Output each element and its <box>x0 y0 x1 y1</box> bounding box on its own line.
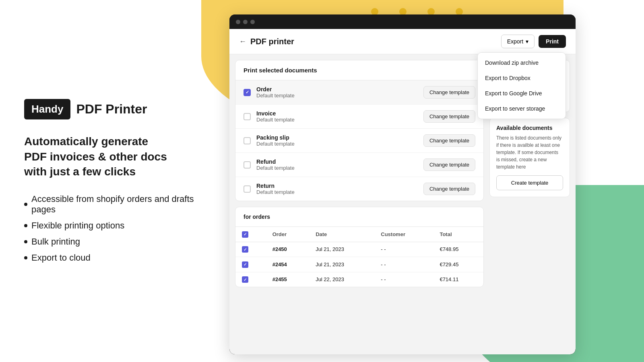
row-1-total: €748.95 <box>433 242 483 257</box>
return-doc-info: Return Default template <box>256 183 423 195</box>
invoice-doc-name: Invoice <box>256 110 423 117</box>
bullet-icon <box>24 256 27 259</box>
invoice-doc-info: Invoice Default template <box>256 110 423 123</box>
print-docs-card: Print selected documents Order Default t… <box>235 60 484 201</box>
packing-slip-checkbox[interactable] <box>244 137 251 144</box>
row-3-checkbox[interactable] <box>242 276 248 283</box>
row-2-customer: - - <box>374 257 433 272</box>
return-doc-template: Default template <box>256 189 423 195</box>
print-button[interactable]: Print <box>539 35 566 48</box>
return-doc-name: Return <box>256 183 423 189</box>
order-doc-template: Default template <box>256 93 423 99</box>
row-2-checkbox[interactable] <box>242 261 248 268</box>
table-row: #2455 Jul 22, 2023 - - €714.11 <box>235 272 483 287</box>
return-change-template-button[interactable]: Change template <box>423 183 475 195</box>
features-list: Accessible from shopify orders and draft… <box>24 194 201 263</box>
col-header-total: Total <box>433 227 483 242</box>
refund-doc-info: Refund Default template <box>256 158 423 171</box>
row-checkbox-cell <box>235 272 266 287</box>
row-3-total: €714.11 <box>433 272 483 287</box>
doc-row-refund: Refund Default template Change template <box>235 153 483 177</box>
row-2-date: Jul 21, 2023 <box>309 257 374 272</box>
col-header-date: Date <box>309 227 374 242</box>
header-right: Export ▾ Print Download zip archive Expo… <box>501 35 566 48</box>
order-checkbox[interactable] <box>244 89 251 96</box>
doc-row-invoice: Invoice Default template Change template <box>235 105 483 129</box>
brand: Handy PDF Printer <box>24 99 201 119</box>
titlebar-dot-3 <box>250 20 255 24</box>
orders-card: for orders Order Date Customer Total <box>235 207 484 287</box>
row-1-date: Jul 21, 2023 <box>309 242 374 257</box>
invoice-doc-template: Default template <box>256 117 423 123</box>
bullet-icon <box>24 240 27 243</box>
refund-doc-name: Refund <box>256 158 423 165</box>
orders-section-title: for orders <box>235 207 483 227</box>
col-header-order: Order <box>266 227 309 242</box>
row-1-order: #2450 <box>266 242 309 257</box>
export-label: Export <box>507 38 523 45</box>
chevron-down-icon: ▾ <box>526 38 528 45</box>
row-3-order: #2455 <box>266 272 309 287</box>
export-dropdown: Download zip archive Export to Dropbox E… <box>477 52 566 119</box>
dropdown-item-download[interactable]: Download zip archive <box>478 55 566 70</box>
packing-slip-doc-info: Packing slip Default template <box>256 134 423 147</box>
tagline: Automatically generatePDF invoices & oth… <box>24 134 201 179</box>
brand-name: PDF Printer <box>76 102 147 117</box>
app-window: ← PDF printer Export ▾ Print Download zi… <box>229 14 576 354</box>
dropdown-item-server[interactable]: Export to server storage <box>478 101 566 116</box>
row-checkbox-cell <box>235 257 266 272</box>
available-docs-card: Available documents There is listed docu… <box>489 118 570 197</box>
header-left: ← PDF printer <box>239 37 294 46</box>
export-button[interactable]: Export ▾ <box>501 35 535 48</box>
row-3-date: Jul 22, 2023 <box>309 272 374 287</box>
print-docs-header: Print selected documents <box>235 60 483 80</box>
packing-slip-doc-name: Packing slip <box>256 134 423 141</box>
return-checkbox[interactable] <box>244 185 251 193</box>
available-docs-title: Available documents <box>496 125 563 131</box>
order-change-template-button[interactable]: Change template <box>423 86 475 99</box>
bullet-icon <box>24 203 27 206</box>
brand-logo: Handy <box>24 99 70 119</box>
row-checkbox-cell <box>235 242 266 257</box>
feature-item: Accessible from shopify orders and draft… <box>24 194 201 215</box>
back-button[interactable]: ← <box>239 37 246 46</box>
titlebar-dot-1 <box>236 20 240 24</box>
window-content: ← PDF printer Export ▾ Print Download zi… <box>229 29 576 354</box>
invoice-change-template-button[interactable]: Change template <box>423 110 475 123</box>
refund-checkbox[interactable] <box>244 161 251 169</box>
dropdown-item-google-drive[interactable]: Export to Google Drive <box>478 86 566 101</box>
invoice-checkbox[interactable] <box>244 113 251 120</box>
packing-slip-change-template-button[interactable]: Change template <box>423 134 475 147</box>
refund-change-template-button[interactable]: Change template <box>423 158 475 171</box>
packing-slip-doc-template: Default template <box>256 141 423 147</box>
create-template-button[interactable]: Create template <box>496 175 563 190</box>
order-doc-name: Order <box>256 86 423 93</box>
doc-row-order: Order Default template Change template <box>235 80 483 105</box>
bullet-icon <box>24 224 27 227</box>
table-row: #2454 Jul 21, 2023 - - €729.45 <box>235 257 483 272</box>
col-header-customer: Customer <box>374 227 433 242</box>
orders-table: Order Date Customer Total # <box>235 227 483 287</box>
table-row: #2450 Jul 21, 2023 - - €748.95 <box>235 242 483 257</box>
row-2-total: €729.45 <box>433 257 483 272</box>
row-3-customer: - - <box>374 272 433 287</box>
window-titlebar <box>229 14 576 29</box>
feature-item: Flexible printing options <box>24 220 201 231</box>
feature-item: Bulk printing <box>24 237 201 247</box>
orders-table-header-row: Order Date Customer Total <box>235 227 483 242</box>
col-header-checkbox <box>235 227 266 242</box>
row-2-order: #2454 <box>266 257 309 272</box>
left-panel: Handy PDF Printer Automatically generate… <box>0 0 225 362</box>
docs-section: Print selected documents Order Default t… <box>235 60 484 287</box>
refund-doc-template: Default template <box>256 165 423 171</box>
doc-row-packing-slip: Packing slip Default template Change tem… <box>235 129 483 153</box>
dropdown-item-dropbox[interactable]: Export to Dropbox <box>478 70 566 86</box>
order-doc-info: Order Default template <box>256 86 423 99</box>
select-all-checkbox[interactable] <box>242 231 248 238</box>
row-1-checkbox[interactable] <box>242 246 248 253</box>
page-title: PDF printer <box>250 37 294 46</box>
page-header: ← PDF printer Export ▾ Print Download zi… <box>229 29 576 54</box>
row-1-customer: - - <box>374 242 433 257</box>
titlebar-dot-2 <box>243 20 248 24</box>
feature-item: Export to cloud <box>24 253 201 263</box>
